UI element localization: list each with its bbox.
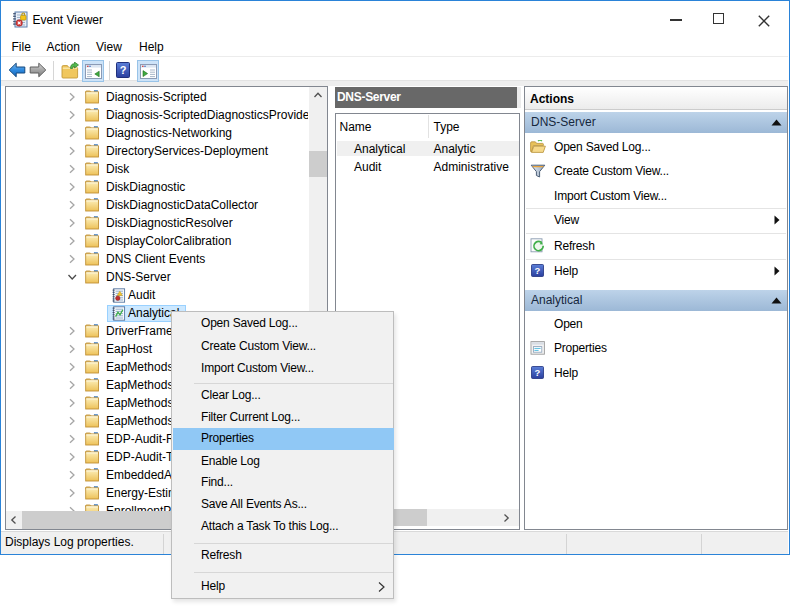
svg-text:?: ? bbox=[120, 64, 127, 76]
svg-text:?: ? bbox=[535, 367, 541, 378]
svg-text:?: ? bbox=[535, 265, 541, 276]
